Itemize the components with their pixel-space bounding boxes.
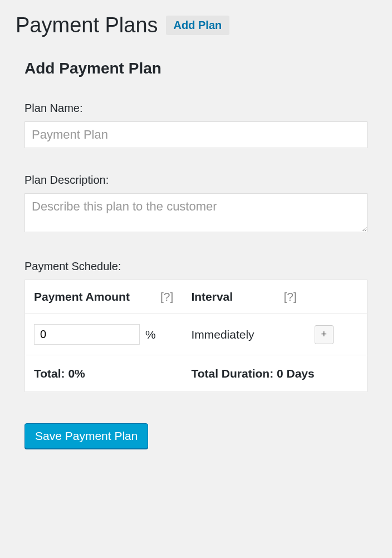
- schedule-table: Payment Amount [?] Interval [?]: [24, 280, 367, 392]
- amount-input[interactable]: [34, 324, 140, 345]
- col-header-interval: Interval [?]: [182, 280, 305, 314]
- schedule-row: % Immediately +: [25, 314, 367, 355]
- col-header-amount: Payment Amount [?]: [25, 280, 183, 314]
- plan-description-label: Plan Description:: [24, 174, 367, 187]
- save-plan-button[interactable]: Save Payment Plan: [24, 423, 148, 449]
- col-interval-text: Interval: [191, 290, 233, 304]
- add-plan-button[interactable]: Add Plan: [166, 16, 230, 35]
- col-header-action: [306, 280, 367, 314]
- help-icon[interactable]: [?]: [160, 290, 173, 304]
- schedule-label: Payment Schedule:: [24, 260, 367, 273]
- plus-icon: +: [321, 329, 327, 340]
- interval-text: Immediately: [191, 328, 254, 341]
- page-title: Payment Plans: [16, 13, 158, 37]
- amount-unit: %: [145, 328, 156, 341]
- total-duration: Total Duration: 0 Days: [182, 355, 367, 392]
- schedule-totals-row: Total: 0% Total Duration: 0 Days: [25, 355, 367, 392]
- col-amount-text: Payment Amount: [34, 290, 130, 304]
- total-percent: Total: 0%: [25, 355, 183, 392]
- plan-name-input[interactable]: [24, 121, 367, 148]
- plan-name-label: Plan Name:: [24, 102, 367, 115]
- plan-description-textarea[interactable]: [24, 193, 367, 232]
- form-title: Add Payment Plan: [24, 60, 367, 77]
- add-row-button[interactable]: +: [315, 325, 334, 344]
- help-icon[interactable]: [?]: [283, 290, 296, 304]
